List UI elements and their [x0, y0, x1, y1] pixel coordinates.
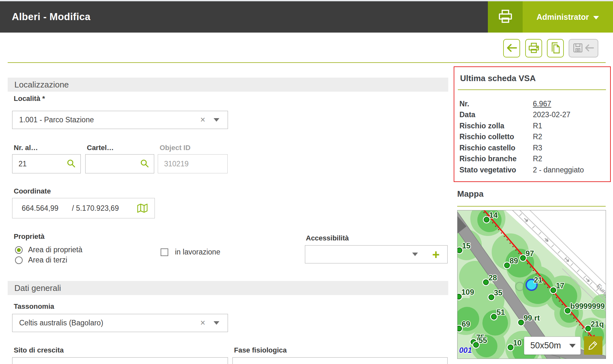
- nr-albero-label: Nr. al…: [14, 144, 38, 152]
- tree-label: 28: [488, 273, 497, 282]
- fase-fisiologica-select[interactable]: [232, 357, 448, 364]
- copy-button[interactable]: [547, 39, 564, 57]
- vsa-panel: Ultima scheda VSA Nr. 6.967 Data 2023-02…: [454, 66, 611, 182]
- print-button[interactable]: [525, 39, 542, 57]
- cartellino-input[interactable]: [85, 154, 154, 173]
- coordinate-y: / 5.170.923,69: [72, 204, 119, 213]
- chevron-down-icon[interactable]: [214, 118, 219, 122]
- vsa-row: Rischio castello R3: [459, 142, 606, 154]
- tree-marker[interactable]: [491, 314, 497, 320]
- vsa-divider: [458, 89, 606, 90]
- tree-marker[interactable]: [484, 217, 489, 223]
- tree-marker[interactable]: [508, 345, 513, 350]
- user-menu[interactable]: Administrator: [523, 1, 613, 33]
- arrow-left-icon: [585, 44, 594, 53]
- screen: Alberi - Modifica Administrator: [0, 0, 613, 364]
- tree-marker[interactable]: [585, 326, 591, 331]
- pencil-icon: [588, 340, 598, 351]
- localita-label: Località *: [14, 95, 45, 103]
- map-icon[interactable]: [137, 204, 148, 213]
- tree-marker[interactable]: [473, 342, 479, 348]
- coordinate-label: Coordinate: [14, 187, 51, 195]
- vsa-row: Data 2023-02-27: [459, 110, 606, 121]
- add-icon[interactable]: +: [432, 248, 440, 261]
- tree-marker[interactable]: [518, 320, 524, 325]
- fase-fisiologica-label: Fase fisiologica: [234, 346, 287, 354]
- map-scale-value: 50x50m: [524, 341, 561, 351]
- vsa-row: Nr. 6.967: [459, 98, 606, 110]
- accessibilita-label: Accessibilità: [306, 234, 349, 242]
- tree-marker[interactable]: [565, 308, 571, 314]
- section-dati-generali: Dati generali: [8, 281, 448, 295]
- chevron-down-icon: [569, 344, 576, 348]
- app-header: Alberi - Modifica Administrator: [0, 1, 613, 33]
- clear-icon[interactable]: ×: [200, 318, 205, 328]
- tree-marker[interactable]: [483, 279, 489, 285]
- header-print-button[interactable]: [488, 1, 523, 33]
- clear-icon[interactable]: ×: [200, 115, 205, 125]
- map-title: Mappa: [457, 189, 483, 199]
- page-title: Alberi - Modifica: [12, 1, 90, 33]
- printer-icon: [498, 9, 513, 25]
- chevron-down-icon[interactable]: [214, 321, 219, 325]
- tree-label: 17: [556, 281, 564, 290]
- tree-label: 75: [476, 333, 485, 342]
- tree-label: 97: [526, 249, 534, 258]
- tree-label: 69: [462, 320, 470, 329]
- tree-marker[interactable]: [457, 326, 462, 331]
- tree-label: 99 rt: [524, 314, 540, 322]
- sito-di-crescita-label: Sito di crescita: [14, 346, 64, 354]
- map-scale-select[interactable]: 50x50m: [524, 337, 581, 355]
- user-name: Administrator: [537, 12, 589, 22]
- radio-area-di-proprieta[interactable]: Area di proprietà: [15, 246, 82, 254]
- copy-icon: [550, 42, 561, 55]
- arrow-left-icon: [506, 44, 517, 53]
- search-icon[interactable]: [67, 159, 75, 169]
- tree-label: 55: [479, 336, 487, 345]
- nr-albero-input[interactable]: 21: [12, 154, 81, 173]
- map-canvas[interactable]: Europa 1415978928211710935b99999995199 r…: [457, 210, 606, 359]
- tree-marker[interactable]: [504, 262, 510, 268]
- tassonomia-value: Celtis australis (Bagolaro): [12, 319, 103, 327]
- tree-label: 10: [513, 338, 522, 347]
- tree-label: 15: [462, 241, 471, 250]
- accessibilita-select[interactable]: +: [305, 245, 448, 263]
- vsa-panel-title: Ultima scheda VSA: [460, 73, 536, 83]
- tree-marker[interactable]: [457, 294, 462, 300]
- sito-di-crescita-select[interactable]: [12, 357, 228, 364]
- chevron-down-icon: [593, 16, 599, 19]
- localita-select[interactable]: 1.001 - Parco Stazione ×: [12, 111, 228, 129]
- printer-icon: [528, 42, 540, 54]
- chevron-down-icon[interactable]: [412, 253, 418, 256]
- tree-marker[interactable]: [550, 287, 556, 293]
- radio-area-di-terzi[interactable]: Area di terzi: [15, 256, 67, 264]
- radio-label: Area di terzi: [28, 256, 67, 264]
- toolbar-divider: [8, 62, 606, 63]
- map-edit-button[interactable]: [584, 336, 602, 355]
- in-lavorazione-checkbox[interactable]: in lavorazione: [161, 248, 220, 256]
- tree-marker[interactable]: [457, 247, 462, 253]
- tree-label: 21q: [591, 320, 604, 329]
- vsa-nr-link[interactable]: 6.967: [533, 100, 551, 108]
- section-localizzazione: Localizzazione: [8, 78, 448, 92]
- coordinate-x: 664.564,99: [12, 204, 58, 213]
- radio-label: Area di proprietà: [28, 246, 82, 254]
- floppy-disk-icon: [573, 43, 583, 54]
- vsa-rows: Nr. 6.967 Data 2023-02-27 Rischio zolla …: [459, 98, 606, 176]
- coordinate-box: 664.564,99 / 5.170.923,69: [12, 198, 155, 218]
- radio-icon: [15, 256, 23, 264]
- tree-label: 35: [494, 288, 503, 297]
- tree-marker[interactable]: [488, 294, 494, 300]
- vsa-row: Rischio zolla R1: [459, 120, 606, 132]
- tree-label: b9999999: [570, 302, 605, 311]
- vsa-row: Rischio colletto R2: [459, 132, 606, 143]
- tree-marker[interactable]: [520, 255, 526, 261]
- back-button[interactable]: [503, 39, 520, 57]
- tassonomia-label: Tassonomia: [14, 302, 54, 311]
- search-icon[interactable]: [140, 159, 149, 169]
- checkbox-icon: [161, 248, 168, 256]
- vsa-row: Rischio branche R2: [459, 154, 606, 165]
- tree-label: 109: [461, 288, 474, 297]
- selected-tree-marker[interactable]: [526, 279, 538, 291]
- tassonomia-select[interactable]: Celtis australis (Bagolaro) ×: [12, 314, 228, 332]
